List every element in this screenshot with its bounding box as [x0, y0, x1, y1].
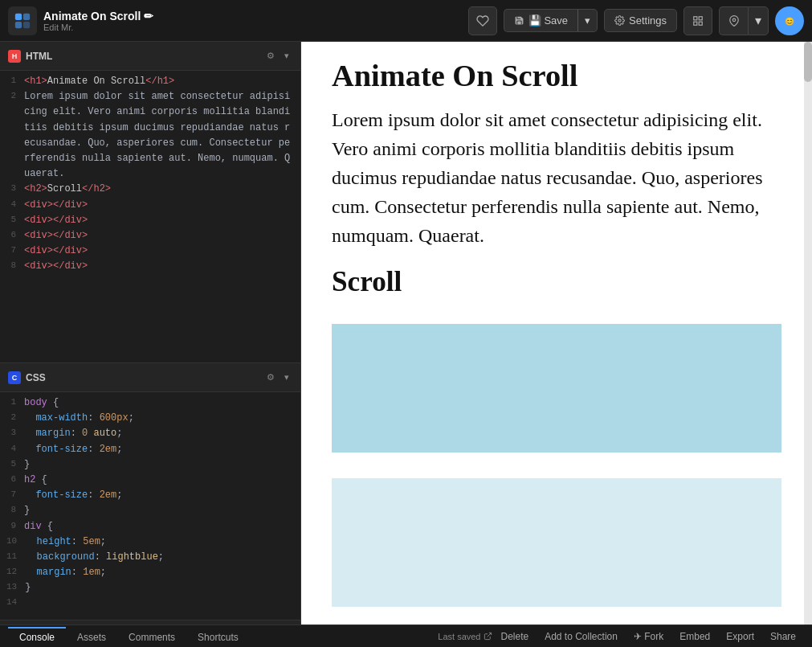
- css-line-9: 9 div {: [0, 519, 300, 534]
- user-avatar[interactable]: 😊: [775, 6, 804, 35]
- last-saved-status: Last saved: [438, 632, 492, 641]
- tab-shortcuts[interactable]: Shortcuts: [186, 627, 250, 646]
- like-button[interactable]: [468, 6, 497, 35]
- svg-rect-5: [694, 16, 697, 19]
- svg-rect-3: [23, 21, 30, 27]
- external-link-icon: [484, 632, 492, 641]
- svg-rect-0: [15, 13, 22, 19]
- preview-div-1: [332, 324, 781, 452]
- svg-line-12: [488, 633, 492, 637]
- css-line-14: 14: [0, 596, 300, 611]
- code-line-6: 6 <div></div>: [0, 228, 300, 244]
- html-label: HTML: [26, 51, 259, 62]
- settings-label: Settings: [629, 14, 667, 27]
- code-line-8: 8 <div></div>: [0, 259, 300, 274]
- svg-rect-7: [699, 22, 702, 25]
- pin-button-group: ▾: [719, 6, 769, 35]
- css-line-4: 4 font-size: 2em;: [0, 442, 300, 457]
- fork-button[interactable]: ✈ Fork: [626, 631, 671, 642]
- project-sub: Edit Mr.: [43, 23, 153, 32]
- html-panel: H HTML ⚙ ▾ 1 <h1>Animate On Scroll</h1> …: [0, 42, 300, 363]
- add-to-collection-button[interactable]: Add to Collection: [537, 631, 626, 642]
- preview-scrollbar-track[interactable]: [804, 42, 812, 624]
- css-line-5: 5 }: [0, 457, 300, 473]
- css-line-6: 6 h2 {: [0, 473, 300, 488]
- code-line-3: 3 <h2>Scroll</h2>: [0, 182, 300, 197]
- preview-content: Animate On Scroll Lorem ipsum dolor sit …: [316, 42, 798, 624]
- svg-rect-1: [23, 13, 30, 19]
- pin-caret[interactable]: ▾: [748, 6, 769, 35]
- preview-h2: Scroll: [332, 266, 781, 298]
- code-panels: H HTML ⚙ ▾ 1 <h1>Animate On Scroll</h1> …: [0, 42, 300, 624]
- embed-button[interactable]: Embed: [671, 631, 718, 642]
- tab-assets[interactable]: Assets: [66, 627, 117, 646]
- last-saved-text: Last saved: [438, 632, 480, 641]
- settings-button[interactable]: Settings: [604, 9, 677, 32]
- project-name: Animate On Scroll ✏: [43, 10, 153, 23]
- svg-point-9: [732, 18, 736, 22]
- left-panel: H HTML ⚙ ▾ 1 <h1>Animate On Scroll</h1> …: [0, 42, 301, 624]
- code-line-5: 5 <div></div>: [0, 213, 300, 228]
- css-line-7: 7 font-size: 2em;: [0, 488, 300, 503]
- svg-rect-8: [694, 22, 697, 25]
- code-line-7: 7 <div></div>: [0, 244, 300, 259]
- preview-h1: Animate On Scroll: [332, 58, 781, 93]
- bottom-bar: Console Assets Comments Shortcuts Last s…: [0, 624, 812, 647]
- svg-text:😊: 😊: [785, 15, 795, 26]
- tab-comments[interactable]: Comments: [117, 627, 186, 646]
- layout-button[interactable]: [683, 6, 712, 35]
- css-line-1: 1 body {: [0, 395, 300, 411]
- html-settings-btn[interactable]: ⚙: [263, 49, 278, 63]
- html-collapse-btn[interactable]: ▾: [281, 49, 292, 63]
- css-line-12: 12 margin: 1em;: [0, 565, 300, 580]
- html-panel-header: H HTML ⚙ ▾: [0, 42, 300, 71]
- css-code-area[interactable]: 1 body { 2 max-width: 600px; 3 margin: 0…: [0, 392, 300, 620]
- save-label: 💾 Save: [528, 14, 568, 27]
- css-line-2: 2 max-width: 600px;: [0, 411, 300, 426]
- css-panel-header: C CSS ⚙ ▾: [0, 363, 300, 392]
- save-button[interactable]: 💾 Save: [504, 9, 577, 32]
- css-line-3: 3 margin: 0 auto;: [0, 426, 300, 441]
- svg-rect-2: [15, 21, 22, 27]
- project-title-group: Animate On Scroll ✏ Edit Mr.: [43, 10, 153, 32]
- topbar: Animate On Scroll ✏ Edit Mr. 💾 Save ▾ Se…: [0, 0, 812, 42]
- main-area: H HTML ⚙ ▾ 1 <h1>Animate On Scroll</h1> …: [0, 42, 812, 624]
- html-icon: H: [8, 50, 21, 63]
- save-caret[interactable]: ▾: [577, 9, 598, 32]
- app-logo: [8, 6, 37, 35]
- code-line-4: 4 <div></div>: [0, 198, 300, 213]
- css-settings-btn[interactable]: ⚙: [263, 371, 278, 384]
- css-line-11: 11 background: lightblue;: [0, 550, 300, 565]
- html-code-area[interactable]: 1 <h1>Animate On Scroll</h1> 2 Lorem ips…: [0, 71, 300, 362]
- css-icon: C: [8, 371, 21, 384]
- css-line-13: 13 }: [0, 580, 300, 596]
- css-panel: C CSS ⚙ ▾ 1 body { 2 max-width: 600px;: [0, 363, 300, 620]
- css-line-8: 8 }: [0, 503, 300, 518]
- code-line-1: 1 <h1>Animate On Scroll</h1>: [0, 74, 300, 89]
- css-label: CSS: [26, 372, 259, 383]
- html-panel-actions: ⚙ ▾: [263, 49, 292, 63]
- share-button[interactable]: Share: [762, 631, 804, 642]
- export-button[interactable]: Export: [718, 631, 762, 642]
- pin-button[interactable]: [719, 6, 748, 35]
- preview-area[interactable]: Animate On Scroll Lorem ipsum dolor sit …: [301, 42, 812, 624]
- css-panel-actions: ⚙ ▾: [263, 371, 292, 384]
- delete-button[interactable]: Delete: [492, 631, 537, 642]
- preview-p: Lorem ipsum dolor sit amet consectetur a…: [332, 105, 781, 250]
- svg-rect-6: [699, 16, 702, 19]
- tab-console[interactable]: Console: [8, 627, 66, 646]
- preview-scrollbar-thumb[interactable]: [804, 42, 812, 82]
- css-collapse-btn[interactable]: ▾: [281, 371, 292, 384]
- save-button-group: 💾 Save ▾: [504, 9, 598, 32]
- preview-div-2: [332, 478, 781, 607]
- code-line-2: 2 Lorem ipsum dolor sit amet consectetur…: [0, 89, 300, 182]
- css-line-10: 10 height: 5em;: [0, 534, 300, 550]
- svg-point-4: [618, 19, 621, 22]
